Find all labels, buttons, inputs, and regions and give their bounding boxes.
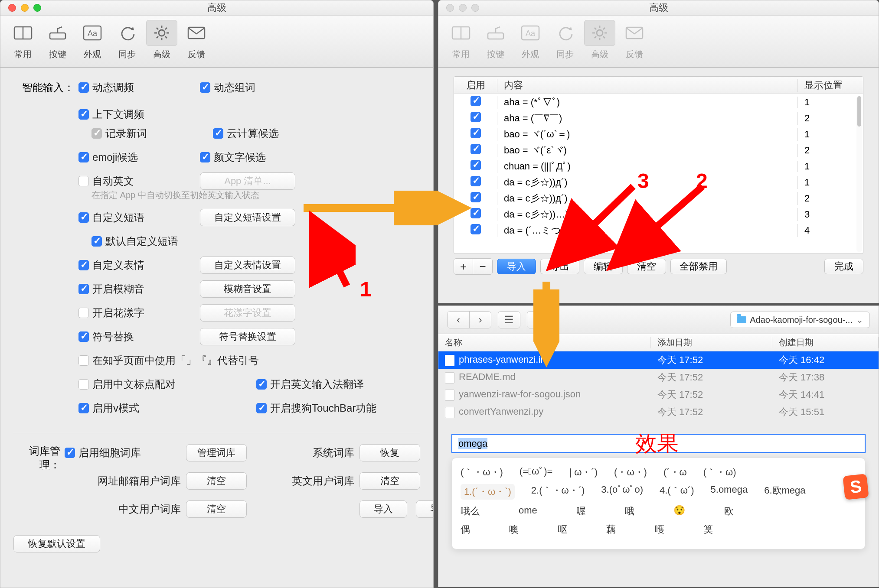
candidate-item[interactable]: 喔 xyxy=(576,505,586,518)
phrase-row[interactable]: bao = ヾ(´ω`＝)1 xyxy=(454,126,863,142)
custom-phrase-settings-button[interactable]: 自定义短语设置 xyxy=(200,209,295,226)
tab-appearance[interactable]: Aa外观 xyxy=(75,20,110,67)
tab-sync[interactable]: 同步 xyxy=(110,20,144,67)
file-row[interactable]: yanwenzi-raw-for-sogou.json今天 17:52今天 14… xyxy=(438,386,879,403)
candidate-item[interactable]: ome xyxy=(519,505,537,518)
candidate-item[interactable]: | ω・´) xyxy=(569,466,598,479)
candidate-item[interactable]: 6.欧mega xyxy=(764,484,805,500)
file-row[interactable]: README.md今天 17:52今天 17:38 xyxy=(438,369,879,386)
tab-appearance[interactable]: Aa外观 xyxy=(513,20,548,67)
path-pill[interactable]: Adao-kaomoji-for-sogou-... ⌄ xyxy=(730,312,870,328)
col-position[interactable]: 显示位置 xyxy=(798,79,863,92)
candidate-item[interactable]: 偶 xyxy=(461,523,470,536)
cloud-checkbox[interactable] xyxy=(213,128,223,139)
fancy-settings-button[interactable]: 花漾字设置 xyxy=(200,304,295,322)
candidate-item[interactable]: 呕 xyxy=(558,523,567,536)
phrase-enable-checkbox[interactable] xyxy=(471,144,481,154)
restore-defaults-button[interactable]: 恢复默认设置 xyxy=(13,535,100,552)
tab-keys[interactable]: 按键 xyxy=(478,20,513,67)
candidate-item[interactable]: 3.(oﾟωﾟo) xyxy=(601,484,643,500)
candidate-item[interactable]: 噢 xyxy=(509,523,519,536)
phrase-row[interactable]: bao = ヾ(´ε`ヾ)2 xyxy=(454,142,863,158)
clear-cn-dict-button[interactable]: 清空 xyxy=(186,500,247,518)
restore-sys-dict-button[interactable]: 恢复 xyxy=(359,444,420,461)
fuzzy-checkbox[interactable] xyxy=(78,284,89,294)
candidate-item[interactable]: 4.(｀ω´) xyxy=(660,484,694,500)
done-button[interactable]: 完成 xyxy=(824,259,863,274)
tab-common[interactable]: 常用 xyxy=(444,20,478,67)
candidate-item[interactable]: 藕 xyxy=(606,523,616,536)
punct-pair-checkbox[interactable] xyxy=(78,379,89,390)
candidate-item[interactable]: 2.(｀・ω・´) xyxy=(531,484,585,500)
clear-en-dict-button[interactable]: 清空 xyxy=(359,472,420,490)
candidate-item[interactable]: (｀・ω・) xyxy=(461,466,503,479)
tab-sync[interactable]: 同步 xyxy=(548,20,582,67)
app-list-button[interactable]: App 清单... xyxy=(200,172,295,190)
candidate-item[interactable]: 欧 xyxy=(724,505,734,518)
symbol-settings-button[interactable]: 符号替换设置 xyxy=(200,328,295,345)
custom-emoji-checkbox[interactable] xyxy=(78,260,89,270)
remove-phrase-button[interactable]: − xyxy=(473,259,492,274)
candidate-item[interactable]: 😯 xyxy=(673,505,685,518)
col-content[interactable]: 内容 xyxy=(497,79,798,92)
forward-button[interactable]: › xyxy=(469,312,491,328)
col-name[interactable]: 名称 xyxy=(438,337,651,348)
touchbar-checkbox[interactable] xyxy=(256,403,267,413)
fuzzy-settings-button[interactable]: 模糊音设置 xyxy=(200,280,295,298)
cell-dict-checkbox[interactable] xyxy=(65,448,75,458)
custom-emoji-settings-button[interactable]: 自定义表情设置 xyxy=(200,257,295,274)
col-created[interactable]: 创建日期 xyxy=(772,337,879,348)
file-row[interactable]: convertYanwenzi.py今天 17:52今天 15:51 xyxy=(438,403,879,421)
list-view-button[interactable]: ☰ xyxy=(498,312,520,328)
candidate-item[interactable]: 哦么 xyxy=(461,505,480,518)
recnew-checkbox[interactable] xyxy=(91,128,102,139)
dict-export-button[interactable]: 导出 xyxy=(416,500,434,518)
phrase-enable-checkbox[interactable] xyxy=(471,192,481,202)
disable-all-button[interactable]: 全部禁用 xyxy=(670,259,727,274)
tab-advanced[interactable]: 高级 xyxy=(144,20,179,67)
tab-keys[interactable]: 按键 xyxy=(40,20,75,67)
tab-feedback[interactable]: 反馈 xyxy=(179,20,214,67)
phrase-enable-checkbox[interactable] xyxy=(471,160,481,170)
ctxtune-checkbox[interactable] xyxy=(78,109,89,120)
tab-advanced[interactable]: 高级 xyxy=(582,20,617,67)
candidate-item[interactable]: 筽 xyxy=(703,523,713,536)
candidate-item[interactable]: (・ω・) xyxy=(614,466,647,479)
phrase-enable-checkbox[interactable] xyxy=(471,208,481,218)
dict-import-button[interactable]: 导入 xyxy=(359,500,407,518)
auto-english-checkbox[interactable] xyxy=(78,176,89,186)
phrase-row[interactable]: da = c彡☆))…)3 xyxy=(454,206,863,222)
candidate-item[interactable]: (=ﾟωﾟ)= xyxy=(520,466,553,479)
dyntune-checkbox[interactable] xyxy=(78,82,89,93)
col-enable[interactable]: 启用 xyxy=(454,79,497,92)
candidate-item[interactable]: (´・ω xyxy=(663,466,687,479)
clear-url-dict-button[interactable]: 清空 xyxy=(186,472,247,490)
phrase-row[interactable]: aha = (*ﾟ∇ﾟ)1 xyxy=(454,94,863,110)
zhihu-quote-checkbox[interactable] xyxy=(78,355,89,366)
edit-phrase-button[interactable]: 编辑 xyxy=(584,259,623,274)
phrase-row[interactable]: da = c彡☆))д´)1 xyxy=(454,174,863,190)
candidate-item[interactable]: 1.(´・ω・`) xyxy=(461,484,515,500)
default-custom-phrase-checkbox[interactable] xyxy=(91,236,102,247)
manage-dict-button[interactable]: 管理词库 xyxy=(186,444,247,461)
tab-common[interactable]: 常用 xyxy=(6,20,40,67)
en-translate-checkbox[interactable] xyxy=(256,379,267,390)
phrase-enable-checkbox[interactable] xyxy=(471,224,481,234)
candidate-item[interactable]: (｀・ω) xyxy=(703,466,736,479)
candidate-item[interactable]: 5.omega xyxy=(711,484,748,500)
candidate-item[interactable]: 嚄 xyxy=(655,523,664,536)
symbol-checkbox[interactable] xyxy=(78,331,89,342)
candidate-item[interactable]: 哦 xyxy=(625,505,634,518)
phrase-enable-checkbox[interactable] xyxy=(471,112,481,122)
custom-phrase-checkbox[interactable] xyxy=(78,212,89,223)
file-row[interactable]: phrases-yanwenzi.ini今天 17:52今天 16:42 xyxy=(438,351,879,369)
back-button[interactable]: ‹ xyxy=(448,312,469,328)
fancy-checkbox[interactable] xyxy=(78,308,89,318)
kaomoji-checkbox[interactable] xyxy=(200,152,210,162)
export-phrases-button[interactable]: 导出 xyxy=(540,259,579,274)
columns-view-button[interactable]: ▭ xyxy=(527,312,549,328)
phrase-enable-checkbox[interactable] xyxy=(471,176,481,186)
phrase-row[interactable]: da = c彡☆))д´)2 xyxy=(454,190,863,206)
phrase-row[interactable]: da = (´…ミつ4 xyxy=(454,222,863,238)
col-added[interactable]: 添加日期 xyxy=(651,337,772,348)
